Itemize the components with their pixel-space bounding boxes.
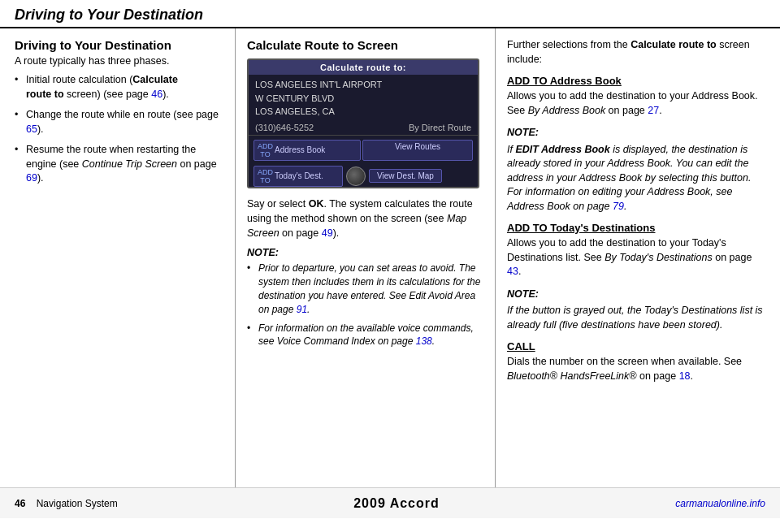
- list-item: Change the route while en route (see pag…: [15, 108, 223, 136]
- nav-screen-address: LOS ANGELES INT'L AIRPORT W CENTURY BLVD…: [249, 75, 478, 122]
- nav-phone: (310)646-5252: [255, 123, 314, 132]
- note-label: NOTE:: [247, 247, 483, 258]
- nav-route-type: By Direct Route: [409, 123, 471, 132]
- italic-continue: Continue Trip Screen: [82, 158, 177, 170]
- page-link-43[interactable]: 43: [507, 266, 518, 277]
- footer-nav-label: Navigation System: [37, 498, 118, 509]
- nav-btn-view-dest-map[interactable]: View Dest. Map: [369, 169, 442, 183]
- address-line2: W CENTURY BLVD: [255, 92, 471, 106]
- page-link-138[interactable]: 138: [416, 335, 432, 347]
- section-add-to-address-book: ADD TO Address Book Allows you to add th…: [507, 75, 769, 118]
- address-line1: LOS ANGELES INT'L AIRPORT: [255, 78, 471, 92]
- mid-body-text: Say or select OK. The system calculates …: [247, 197, 483, 240]
- page-link-27[interactable]: 27: [648, 105, 659, 116]
- nav-screen: Calculate route to: LOS ANGELES INT'L AI…: [247, 58, 479, 188]
- right-intro: Further selections from the Calculate ro…: [507, 38, 769, 67]
- note-body-2: If the button is grayed out, the Today's…: [507, 304, 769, 332]
- footer-left: 46 Navigation System: [15, 498, 118, 509]
- page-link-79[interactable]: 79: [613, 201, 624, 212]
- page-link-91[interactable]: 91: [297, 304, 307, 315]
- note-item-2: For information on the available voice c…: [247, 322, 483, 349]
- page-title: Driving to Your Destination: [15, 6, 203, 23]
- left-heading: Driving to Your Destination: [15, 38, 223, 52]
- note-body-1: If EDIT Address Book is displayed, the d…: [507, 143, 769, 214]
- footer-right: carmanualonline.info: [675, 498, 765, 509]
- note-bullet-list: Prior to departure, you can set areas to…: [247, 262, 483, 348]
- bullet-text: Resume the route when restarting the eng…: [26, 144, 217, 184]
- nav-divider: [249, 135, 478, 136]
- page-link-49[interactable]: 49: [322, 227, 333, 239]
- left-subtitle: A route typically has three phases.: [15, 55, 223, 67]
- nav-buttons-row2: ADDTO Today's Dest. View Dest. Map: [249, 163, 478, 189]
- page-link-18[interactable]: 18: [679, 370, 691, 382]
- right-column: Further selections from the Calculate ro…: [496, 28, 780, 487]
- page-footer: 46 Navigation System 2009 Accord carmanu…: [0, 487, 780, 518]
- page-header: Driving to Your Destination: [0, 0, 780, 28]
- mid-heading: Calculate Route to Screen: [247, 38, 483, 52]
- section-body-add-address: Allows you to add the destination to you…: [507, 89, 769, 118]
- section-body-todays-dest: Allows you to add the destination to you…: [507, 236, 769, 279]
- section-heading-add-address: ADD TO Address Book: [507, 75, 769, 87]
- section-note-edit-address: NOTE: If EDIT Address Book is displayed,…: [507, 126, 769, 214]
- nav-btn-todays-dest[interactable]: ADDTO Today's Dest.: [254, 166, 343, 187]
- nav-btn-address-book[interactable]: ADDTO Address Book: [254, 140, 361, 161]
- nav-screen-phone-row: (310)646-5252 By Direct Route: [249, 122, 478, 133]
- nav-btn-view-routes[interactable]: View Routes: [362, 140, 473, 161]
- left-column: Driving to Your Destination A route typi…: [0, 28, 236, 487]
- bullet-text: Initial route calculation (Calculaterout…: [26, 74, 178, 100]
- ok-bold: OK: [309, 198, 324, 210]
- section-call: CALL Dials the number on the screen when…: [507, 340, 769, 383]
- section-heading-call: CALL: [507, 340, 769, 353]
- list-item: Initial route calculation (Calculaterout…: [15, 73, 223, 102]
- footer-center: 2009 Accord: [353, 496, 440, 511]
- content-area: Driving to Your Destination A route typi…: [0, 28, 780, 487]
- section-add-to-todays-dest: ADD TO Today's Destinations Allows you t…: [507, 222, 769, 279]
- section-note-grayed-out: NOTE: If the button is grayed out, the T…: [507, 288, 769, 333]
- left-bullet-list: Initial route calculation (Calculaterout…: [15, 73, 223, 186]
- nav-screen-header: Calculate route to:: [249, 60, 478, 75]
- note-header-1: NOTE:: [507, 126, 769, 141]
- note-item-1: Prior to departure, you can set areas to…: [247, 262, 483, 316]
- middle-column: Calculate Route to Screen Calculate rout…: [236, 28, 496, 487]
- nav-joystick[interactable]: [346, 167, 366, 186]
- address-line3: LOS ANGELES, CA: [255, 105, 471, 119]
- footer-page-number: 46: [15, 498, 25, 509]
- page-link-69[interactable]: 69: [26, 172, 37, 184]
- section-body-call: Dials the number on the screen when avai…: [507, 355, 769, 383]
- nav-buttons-row1: ADDTO Address Book View Routes: [249, 137, 478, 163]
- page-link-46[interactable]: 46: [151, 89, 162, 100]
- map-screen-italic: Map Screen: [247, 213, 466, 239]
- list-item: Resume the route when restarting the eng…: [15, 143, 223, 186]
- bullet-text: Change the route while en route (see pag…: [26, 109, 219, 135]
- page-link-65[interactable]: 65: [26, 123, 37, 135]
- note-header-2: NOTE:: [507, 288, 769, 302]
- section-heading-todays-dest: ADD TO Today's Destinations: [507, 222, 769, 234]
